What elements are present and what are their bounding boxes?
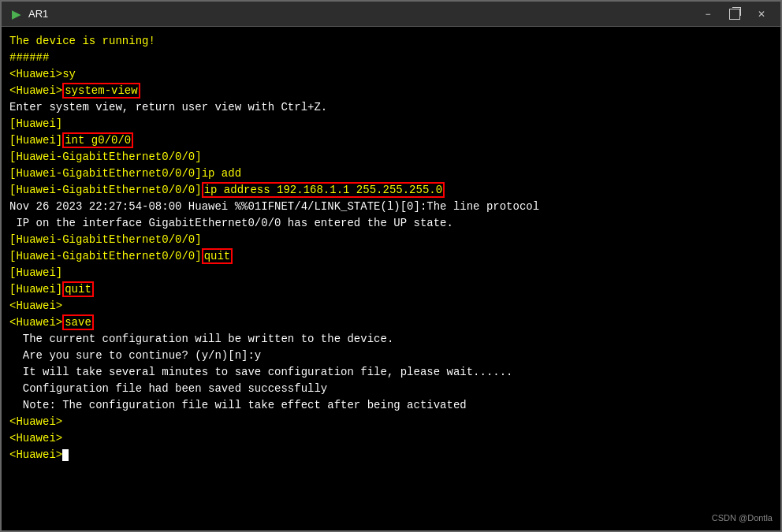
line-text: [Huawei] bbox=[9, 266, 62, 279]
line-prefix: [Huawei-GigabitEthernet0/0/0] bbox=[9, 250, 202, 262]
terminal-line: The device is running! bbox=[9, 33, 773, 50]
terminal-line: It will take several minutes to save con… bbox=[9, 364, 773, 381]
line-text: IP on the interface GigabitEthernet0/0/0… bbox=[9, 217, 453, 229]
line-prefix: <Huawei> bbox=[9, 316, 62, 329]
line-text: [Huawei-GigabitEthernet0/0/0]ip add bbox=[9, 167, 241, 180]
line-text: <Huawei> bbox=[9, 415, 62, 428]
title-bar-left: ▶ AR1 bbox=[8, 6, 48, 22]
highlighted-command: ip address 192.168.1.1 255.255.255.0 bbox=[202, 182, 445, 198]
restore-button[interactable] bbox=[722, 5, 747, 24]
title-bar: ▶ AR1 − ✕ bbox=[2, 2, 780, 27]
line-text: ###### bbox=[9, 51, 49, 64]
line-prefix: [Huawei] bbox=[9, 134, 62, 147]
minimize-button[interactable]: − bbox=[695, 5, 721, 24]
line-text: Nov 26 2023 22:27:54-08:00 Huawei %%01IF… bbox=[9, 200, 539, 213]
terminal-line: <Huawei> bbox=[9, 447, 773, 463]
terminal-line: IP on the interface GigabitEthernet0/0/0… bbox=[9, 215, 773, 232]
line-text: [Huawei-GigabitEthernet0/0/0] bbox=[9, 151, 202, 163]
main-window: ▶ AR1 − ✕ The device is running!######<H… bbox=[0, 0, 782, 532]
terminal-line: ###### bbox=[9, 50, 773, 66]
line-text: It will take several minutes to save con… bbox=[9, 366, 513, 378]
terminal-line: [Huawei-GigabitEthernet0/0/0]ip address … bbox=[9, 182, 773, 199]
terminal-cursor bbox=[62, 449, 69, 461]
line-text: The device is running! bbox=[9, 35, 155, 47]
highlighted-command: system-view bbox=[62, 83, 140, 99]
terminal-line: <Huawei>system-view bbox=[9, 83, 773, 99]
line-prefix: [Huawei-GigabitEthernet0/0/0] bbox=[9, 184, 202, 196]
terminal-line: [Huawei]int g0/0/0 bbox=[9, 132, 773, 149]
terminal-line: <Huawei> bbox=[9, 298, 773, 314]
line-text: Are you sure to continue? (y/n)[n]:y bbox=[9, 349, 261, 362]
terminal-line: Enter system view, return user view with… bbox=[9, 99, 773, 116]
terminal-line: <Huawei> bbox=[9, 430, 773, 447]
window-title: AR1 bbox=[28, 8, 48, 20]
line-text: [Huawei] bbox=[9, 117, 62, 130]
highlighted-command: int g0/0/0 bbox=[62, 132, 133, 148]
terminal-line: Note: The configuration file will take e… bbox=[9, 397, 773, 414]
terminal-line: Are you sure to continue? (y/n)[n]:y bbox=[9, 348, 773, 364]
line-text: <Huawei>sy bbox=[9, 68, 76, 80]
terminal-line: <Huawei> bbox=[9, 414, 773, 430]
terminal-line: [Huawei]quit bbox=[9, 281, 773, 298]
terminal-line: <Huawei>sy bbox=[9, 66, 773, 83]
line-prefix: <Huawei> bbox=[9, 84, 62, 97]
line-text: <Huawei> bbox=[9, 299, 62, 312]
highlighted-command: quit bbox=[202, 248, 233, 264]
line-text: Enter system view, return user view with… bbox=[9, 101, 327, 113]
terminal-line: [Huawei] bbox=[9, 265, 773, 281]
line-text: Configuration file had been saved succes… bbox=[9, 382, 327, 395]
terminal-line: The current configuration will be writte… bbox=[9, 331, 773, 348]
watermark: CSDN @Dontla bbox=[712, 512, 773, 525]
minimize-icon: − bbox=[705, 9, 710, 20]
terminal-line: [Huawei-GigabitEthernet0/0/0] bbox=[9, 232, 773, 248]
line-text: <Huawei> bbox=[9, 432, 62, 445]
terminal-line: <Huawei>save bbox=[9, 314, 773, 331]
line-text: Note: The configuration file will take e… bbox=[9, 399, 467, 411]
line-text: <Huawei> bbox=[9, 448, 62, 461]
terminal-line: [Huawei] bbox=[9, 116, 773, 132]
highlighted-command: quit bbox=[62, 281, 94, 297]
app-icon: ▶ bbox=[8, 6, 24, 22]
terminal-output[interactable]: The device is running!######<Huawei>sy<H… bbox=[2, 27, 780, 530]
line-text: [Huawei-GigabitEthernet0/0/0] bbox=[9, 233, 202, 246]
window-controls: − ✕ bbox=[695, 5, 774, 24]
line-prefix: [Huawei] bbox=[9, 283, 62, 296]
close-button[interactable]: ✕ bbox=[749, 5, 774, 24]
terminal-line: Nov 26 2023 22:27:54-08:00 Huawei %%01IF… bbox=[9, 199, 773, 215]
terminal-line: [Huawei-GigabitEthernet0/0/0]quit bbox=[9, 248, 773, 265]
line-text: The current configuration will be writte… bbox=[9, 333, 393, 345]
terminal-line: [Huawei-GigabitEthernet0/0/0] bbox=[9, 149, 773, 166]
terminal-line: Configuration file had been saved succes… bbox=[9, 381, 773, 397]
highlighted-command: save bbox=[62, 314, 94, 330]
terminal-line: [Huawei-GigabitEthernet0/0/0]ip add bbox=[9, 166, 773, 182]
close-icon: ✕ bbox=[758, 9, 765, 20]
restore-icon bbox=[729, 9, 740, 20]
